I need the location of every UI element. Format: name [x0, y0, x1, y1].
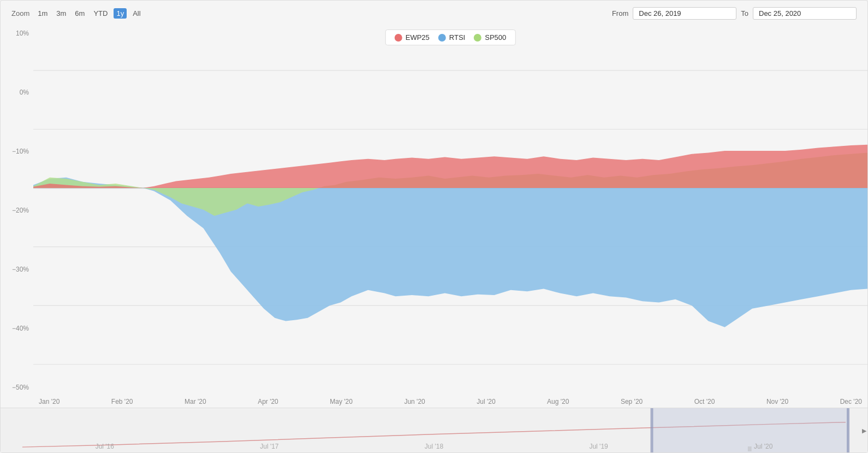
x-label-oct20: Oct '20 [694, 398, 715, 405]
y-label-n30: −30% [12, 266, 29, 273]
x-label-apr20: Apr '20 [258, 398, 278, 405]
legend-dot-rtsi [438, 34, 446, 42]
zoom-btn-1y[interactable]: 1y [114, 8, 127, 19]
x-label-jul20: Jul '20 [477, 398, 495, 405]
date-range: From To [612, 7, 857, 20]
mini-x-labels: Jul '16 Jul '17 Jul '18 Jul '19 Jul '20 [1, 443, 867, 450]
mini-x-label-jul19: Jul '19 [589, 443, 608, 450]
mini-x-label-jul16: Jul '16 [96, 443, 114, 450]
legend-item-ewp25: EWP25 [395, 33, 430, 42]
zoom-controls: Zoom 1m 3m 6m YTD 1y All [11, 8, 144, 19]
mini-x-label-jul20: Jul '20 [754, 443, 772, 450]
from-date-input[interactable] [633, 7, 736, 20]
zoom-btn-3m[interactable]: 3m [53, 8, 69, 19]
legend-label-rtsi: RTSI [449, 33, 465, 42]
y-label-n10: −10% [12, 148, 29, 155]
mini-chart-area: ◀ ||| Jul '16 Jul '17 Jul '18 Jul '19 Ju… [1, 408, 867, 452]
mini-x-label-jul17: Jul '17 [260, 443, 278, 450]
to-label: To [741, 9, 748, 17]
y-label-n20: −20% [12, 207, 29, 214]
y-axis: 10% 0% −10% −20% −30% −40% −50% [1, 24, 33, 408]
x-label-sep20: Sep '20 [621, 398, 643, 405]
zoom-btn-all[interactable]: All [130, 8, 143, 19]
from-label: From [612, 9, 628, 17]
mini-x-label-jul18: Jul '18 [425, 443, 443, 450]
legend-label-sp500: SP500 [485, 33, 506, 42]
zoom-btn-ytd[interactable]: YTD [91, 8, 110, 19]
x-label-jun20: Jun '20 [404, 398, 425, 405]
legend-item-rtsi: RTSI [438, 33, 465, 42]
x-label-aug20: Aug '20 [547, 398, 569, 405]
x-label-nov20: Nov '20 [766, 398, 788, 405]
x-label-mar20: Mar '20 [185, 398, 206, 405]
to-date-input[interactable] [753, 7, 857, 20]
zoom-btn-6m[interactable]: 6m [72, 8, 87, 19]
main-chart-area: 10% 0% −10% −20% −30% −40% −50% EWP25 RT… [1, 24, 867, 408]
toolbar: Zoom 1m 3m 6m YTD 1y All From To [1, 5, 867, 24]
y-label-0: 0% [20, 89, 29, 96]
legend-label-ewp25: EWP25 [406, 33, 430, 42]
chart-container: Zoom 1m 3m 6m YTD 1y All From To 10% 0% … [0, 0, 868, 453]
legend-item-sp500: SP500 [474, 33, 506, 42]
y-label-n40: −40% [12, 325, 29, 332]
x-label-jan20: Jan '20 [39, 398, 60, 405]
chart-plot: EWP25 RTSI SP500 [33, 24, 867, 408]
zoom-label: Zoom [11, 9, 29, 17]
x-label-feb20: Feb '20 [111, 398, 133, 405]
x-axis-labels: Jan '20 Feb '20 Mar '20 Apr '20 May '20 … [33, 398, 867, 405]
legend: EWP25 RTSI SP500 [385, 30, 516, 45]
y-label-10: 10% [16, 30, 29, 37]
x-label-may20: May '20 [330, 398, 353, 405]
mini-nav-right-arrow[interactable]: ▶ [862, 427, 866, 434]
y-label-n50: −50% [12, 384, 29, 391]
x-label-dec20: Dec '20 [840, 398, 862, 405]
zoom-btn-1m[interactable]: 1m [35, 8, 50, 19]
legend-dot-ewp25 [395, 34, 402, 42]
main-chart-svg [33, 24, 867, 408]
legend-dot-sp500 [474, 34, 481, 42]
